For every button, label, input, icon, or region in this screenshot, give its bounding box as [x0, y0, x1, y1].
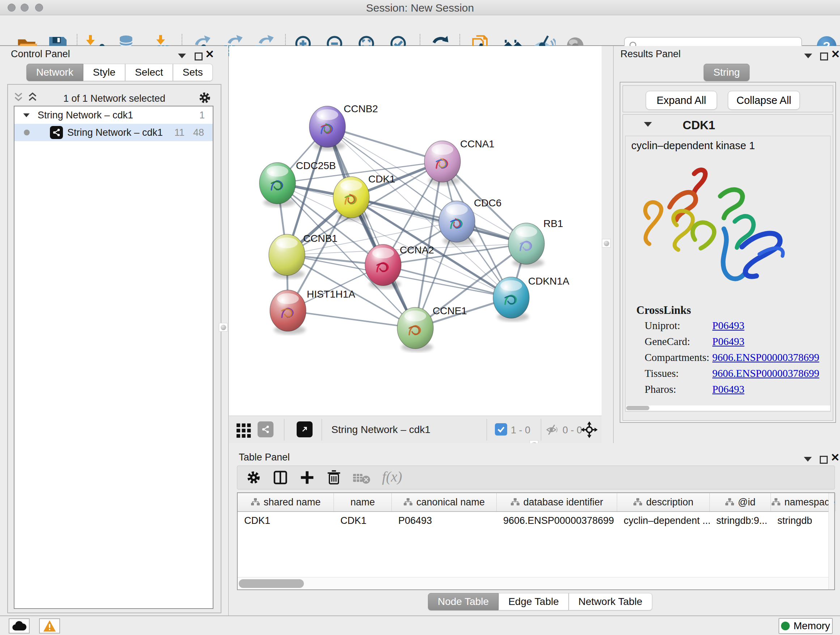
column-header-name[interactable]: name — [334, 493, 392, 511]
table-cell[interactable]: CDK1 — [238, 515, 334, 526]
collection-expand-caret-icon[interactable] — [23, 113, 30, 117]
column-header-shared-name[interactable]: shared name — [238, 493, 334, 511]
network-selection-header: 1 of 1 Network selected — [8, 92, 221, 106]
protein-structure-image — [633, 164, 793, 301]
network-node-ccna2[interactable]: CCNA2 — [365, 244, 434, 289]
tab-string[interactable]: String — [704, 64, 750, 81]
birdseye-crosshair-icon[interactable] — [581, 421, 598, 439]
show-columns-icon[interactable] — [272, 469, 289, 487]
table-cell[interactable]: CDK1 — [334, 515, 392, 526]
table-horizontal-scrollbar[interactable] — [238, 577, 829, 589]
network-node-cdkn1a[interactable]: CDKN1A — [493, 276, 569, 321]
network-manager-box: 1 of 1 Network selected String Network –… — [7, 84, 221, 613]
crosslink-value-link[interactable]: 9606.ENSP00000378699 — [712, 367, 819, 379]
protein-section-header[interactable]: CDK1 — [623, 115, 833, 135]
node-label: CDK1 — [368, 173, 395, 185]
results-panel-collapse-icon[interactable] — [804, 54, 812, 59]
node-label: CCNA1 — [460, 138, 494, 149]
column-header-namespace[interactable]: namespace — [771, 493, 836, 511]
table-cell[interactable]: cyclin–dependent ... — [617, 515, 710, 526]
column-header-database-identifier[interactable]: database identifier — [497, 493, 617, 511]
string-network-graph[interactable]: CCNB2CCNA1CDC25BCDK1CDC6RB1CCNB1CCNA2CDK… — [229, 46, 602, 416]
grid-view-icon[interactable] — [236, 422, 252, 439]
table-panel-close-icon[interactable]: ✕ — [831, 454, 840, 462]
crosslink-value-link[interactable]: P06493 — [712, 320, 745, 332]
table-cell[interactable]: stringdb — [771, 515, 836, 526]
network-node-hist1h1a[interactable]: HIST1H1A — [270, 288, 355, 334]
crosslink-label: GeneCard: — [645, 336, 690, 348]
network-node-ccnb2[interactable]: CCNB2 — [309, 103, 378, 150]
tab-network-table[interactable]: Network Table — [569, 593, 652, 610]
column-header-description[interactable]: description — [617, 493, 710, 511]
network-node-cdc25b[interactable]: CDC25B — [259, 160, 336, 207]
table-panel-float-icon[interactable] — [820, 456, 828, 465]
detach-view-icon[interactable] — [297, 421, 313, 437]
network-view-share-icon[interactable] — [257, 421, 273, 437]
network-node-ccne1[interactable]: CCNE1 — [397, 305, 467, 352]
table-panel: Table Panel ✕ f(x) shared namenamecanoni… — [229, 443, 840, 616]
application-window: Session: New Session — [0, 0, 840, 635]
node-table: shared namenamecanonical namedatabase id… — [237, 492, 835, 590]
control-panel-close-icon[interactable]: ✕ — [205, 50, 214, 58]
table-cell[interactable]: 9606.ENSP00000378699 — [497, 515, 617, 526]
network-view-canvas[interactable]: CCNB2CCNA1CDC25BCDK1CDC6RB1CCNB1CCNA2CDK… — [229, 46, 602, 416]
tab-node-table[interactable]: Node Table — [428, 593, 499, 610]
results-panel-close-icon[interactable]: ✕ — [831, 50, 840, 58]
column-header--id[interactable]: @id — [710, 493, 771, 511]
string-network-icon — [50, 126, 63, 139]
hidden-eye-slash-icon[interactable] — [545, 423, 560, 437]
crosslink-label: Compartments: — [645, 352, 709, 363]
crosslink-value-link[interactable]: P06493 — [712, 383, 745, 395]
delete-table-icon-disabled — [352, 472, 371, 486]
table-type-tabs: Node TableEdge TableNetwork Table — [428, 593, 652, 610]
network-edge[interactable] — [288, 310, 415, 328]
network-row-selected[interactable]: String Network – cdk1 11 48 — [14, 124, 213, 141]
function-builder-fx-icon-disabled: f(x) — [382, 468, 402, 485]
network-collection-row[interactable]: String Network – cdk1 1 — [14, 106, 213, 124]
network-node-cdc6[interactable]: CDC6 — [439, 197, 501, 245]
crosslinks-scrollbar[interactable] — [626, 405, 830, 410]
cloud-status-button[interactable] — [9, 618, 30, 633]
tab-sets[interactable]: Sets — [173, 64, 213, 81]
network-node-rb1[interactable]: RB1 — [508, 218, 563, 268]
toolbar-divider — [486, 419, 487, 440]
network-options-gear-icon[interactable] — [197, 90, 212, 106]
table-options-gear-icon[interactable] — [245, 469, 262, 487]
table-row[interactable]: CDK1CDK1P064939606.ENSP00000378699cyclin… — [238, 512, 834, 529]
delete-column-trash-icon[interactable] — [325, 469, 342, 487]
results-panel-float-icon[interactable] — [820, 52, 828, 62]
crosslink-label: Pharos: — [645, 383, 676, 395]
table-cell[interactable]: stringdb:9... — [710, 515, 771, 526]
results-panel-tab-bar: String — [704, 64, 750, 81]
node-label: CCNE1 — [433, 305, 467, 317]
toolbar-divider — [322, 419, 322, 440]
network-node-cdk1[interactable]: CDK1 — [333, 173, 395, 221]
table-vertical-scrollbar[interactable] — [829, 493, 834, 589]
network-node-count: 11 — [174, 127, 185, 138]
table-panel-collapse-icon[interactable] — [804, 457, 812, 463]
left-splitter-handle[interactable] — [219, 323, 227, 332]
network-node-ccnb1[interactable]: CCNB1 — [269, 233, 338, 279]
memory-button[interactable]: Memory — [778, 618, 833, 634]
crosslink-value-link[interactable]: P06493 — [712, 336, 745, 348]
node-label: CDC6 — [474, 197, 501, 209]
create-column-plus-icon[interactable] — [299, 469, 316, 487]
crosslink-value-link[interactable]: 9606.ENSP00000378699 — [712, 352, 819, 363]
tab-style[interactable]: Style — [83, 64, 125, 81]
tab-edge-table[interactable]: Edge Table — [499, 593, 569, 610]
control-panel-float-icon[interactable] — [195, 52, 202, 62]
selected-nodes-checkbox[interactable] — [495, 423, 507, 435]
tab-network[interactable]: Network — [27, 64, 83, 81]
control-panel-collapse-icon[interactable] — [178, 54, 186, 59]
expand-all-button[interactable]: Expand All — [646, 91, 717, 110]
column-header-canonical-name[interactable]: canonical name — [392, 493, 497, 511]
tab-select[interactable]: Select — [125, 64, 173, 81]
collapse-all-button[interactable]: Collapse All — [728, 91, 800, 110]
right-splitter-handle[interactable] — [602, 239, 611, 248]
results-panel-title: Results Panel — [621, 49, 681, 60]
table-cell[interactable]: P06493 — [392, 515, 497, 526]
protein-section: CDK1 cyclin–dependent kinase 1 — [622, 114, 833, 421]
hidden-count: 0 - 0 — [562, 424, 582, 436]
warning-status-button[interactable] — [39, 618, 60, 633]
network-edge-count: 48 — [193, 127, 204, 138]
